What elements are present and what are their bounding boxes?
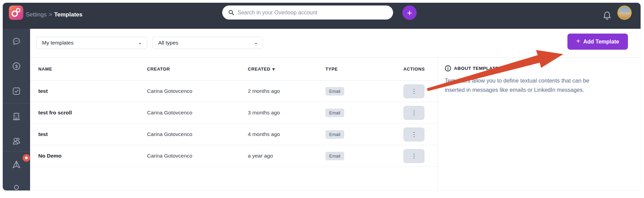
table-row: test fro scroll Carina Gotovcenco 3 mont…	[30, 102, 438, 124]
breadcrumb-section[interactable]: Settings	[26, 11, 46, 18]
kebab-menu-icon: ⋮	[411, 152, 417, 159]
row-actions-button[interactable]: ⋮	[403, 127, 425, 141]
person-icon	[12, 183, 21, 190]
filter-toolbar: My templates ⌄ All types ⌄ + Add Templat…	[30, 29, 641, 58]
paper-plane-icon	[11, 159, 22, 170]
sort-desc-icon: ▾	[272, 66, 275, 72]
global-search[interactable]	[222, 5, 393, 20]
check-square-icon	[12, 86, 21, 96]
template-name[interactable]: test fro scroll	[38, 110, 147, 116]
about-header: ABOUT TEMPLATES	[445, 65, 631, 72]
sidebar-item-conversations[interactable]	[3, 34, 30, 49]
kebab-menu-icon: ⋮	[411, 88, 417, 95]
search-input[interactable]	[238, 10, 381, 16]
table-row: No Demo Carina Gotovcenco a year ago Ema…	[30, 145, 438, 167]
kebab-menu-icon: ⋮	[411, 131, 417, 138]
about-description: Templates allow you to define textual co…	[445, 76, 631, 95]
top-bar: Settings>Templates +	[3, 3, 641, 29]
template-creator: Carina Gotovcenco	[147, 110, 248, 116]
template-name[interactable]: No Demo	[38, 153, 147, 159]
template-name[interactable]: test	[38, 131, 147, 137]
sidebar-item-companies[interactable]	[3, 109, 30, 124]
sidebar-item-deals[interactable]: $	[3, 59, 30, 74]
overloop-logo-icon[interactable]	[9, 5, 23, 20]
plus-icon: +	[407, 8, 412, 18]
quick-add-button[interactable]: +	[402, 5, 417, 20]
app-window: Settings>Templates +	[3, 3, 641, 190]
breadcrumb-separator: >	[49, 11, 52, 18]
plus-icon: +	[576, 37, 580, 45]
sidebar-item-settings[interactable]	[3, 181, 30, 190]
table-header-row: NAME CREATOR CREATED▾ TYPE ACTIONS	[30, 58, 438, 81]
table-row: test Carina Gotovcenco 2 months ago Emai…	[30, 81, 438, 102]
template-name[interactable]: test	[38, 88, 147, 94]
user-avatar[interactable]	[617, 5, 632, 20]
types-filter-select[interactable]: All types ⌄	[152, 37, 263, 49]
column-header-type: TYPE	[325, 66, 403, 72]
chevron-down-icon: ⌄	[138, 40, 142, 45]
column-header-creator: CREATOR	[147, 66, 248, 72]
column-header-actions: ACTIONS	[403, 66, 438, 72]
template-created: 4 months ago	[248, 131, 325, 137]
table-row: test Carina Gotovcenco 4 months ago Emai…	[30, 124, 438, 145]
svg-text:$: $	[15, 64, 18, 69]
sidebar-divider	[3, 103, 30, 103]
search-icon	[228, 10, 234, 15]
sidebar-item-campaigns[interactable]	[3, 157, 30, 172]
breadcrumb: Settings>Templates	[26, 11, 82, 18]
column-header-name: NAME	[38, 66, 147, 72]
template-creator: Carina Gotovcenco	[147, 131, 248, 137]
row-actions-button[interactable]: ⋮	[403, 84, 425, 98]
breadcrumb-current-page: Templates	[54, 11, 82, 18]
template-creator: Carina Gotovcenco	[147, 88, 248, 94]
type-badge: Email	[325, 152, 344, 160]
template-created: 3 months ago	[248, 110, 325, 116]
sidebar-item-tasks[interactable]	[3, 84, 30, 99]
template-created: a year ago	[248, 153, 325, 159]
add-template-label: Add Template	[583, 39, 619, 45]
about-title: ABOUT TEMPLATES	[454, 66, 502, 71]
templates-filter-value: My templates	[42, 40, 73, 46]
templates-table: NAME CREATOR CREATED▾ TYPE ACTIONS test …	[30, 58, 438, 190]
building-icon	[12, 112, 21, 121]
type-badge: Email	[325, 109, 344, 117]
people-icon	[12, 136, 21, 146]
main-content: My templates ⌄ All types ⌄ + Add Templat…	[30, 29, 641, 190]
type-badge: Email	[325, 87, 344, 96]
templates-filter-select[interactable]: My templates ⌄	[36, 37, 147, 49]
about-templates-panel: ABOUT TEMPLATES Templates allow you to d…	[438, 58, 641, 190]
template-created: 2 months ago	[248, 88, 325, 94]
page: Settings>Templates +	[0, 0, 644, 198]
chat-bubble-icon	[12, 37, 21, 46]
sidebar-item-contacts[interactable]	[3, 134, 30, 149]
sidebar-nav: $	[3, 29, 30, 190]
add-template-button[interactable]: + Add Template	[567, 34, 628, 50]
column-header-created[interactable]: CREATED▾	[248, 66, 325, 72]
notifications-bell-icon[interactable]	[602, 10, 613, 21]
row-actions-button[interactable]: ⋮	[403, 149, 425, 163]
kebab-menu-icon: ⋮	[411, 109, 417, 116]
template-creator: Carina Gotovcenco	[147, 153, 248, 159]
dollar-circle-icon: $	[12, 61, 21, 71]
info-icon	[445, 65, 451, 72]
notification-badge-dot	[23, 154, 30, 162]
sidebar-divider	[3, 151, 30, 152]
type-badge: Email	[325, 130, 344, 139]
chevron-down-icon: ⌄	[254, 40, 258, 45]
row-actions-button[interactable]: ⋮	[403, 106, 425, 120]
types-filter-value: All types	[158, 40, 178, 46]
